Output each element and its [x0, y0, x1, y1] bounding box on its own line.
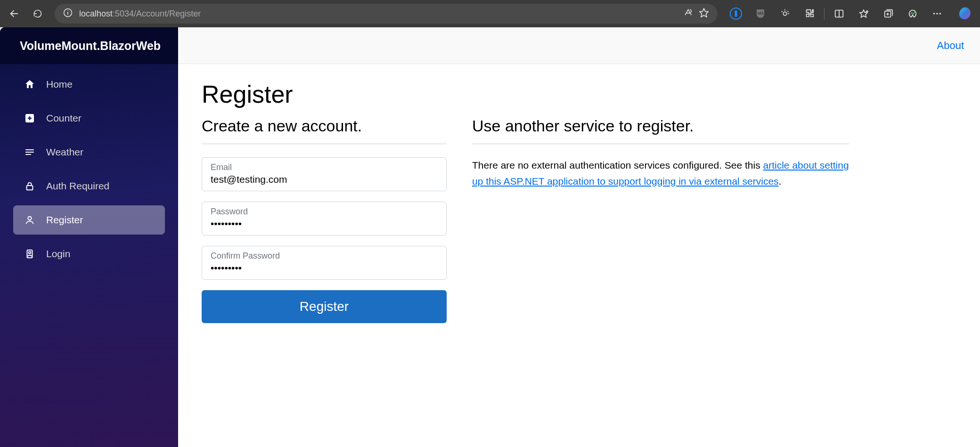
sidebar-item-label: Home	[46, 79, 73, 90]
sidebar: VolumeMount.BlazorWeb Home Counter Weath…	[0, 27, 178, 447]
svg-point-22	[933, 13, 935, 15]
email-field[interactable]	[202, 158, 446, 191]
sidebar-item-auth-required[interactable]: Auth Required	[13, 171, 165, 201]
plus-square-icon	[24, 112, 36, 124]
badge-icon	[24, 248, 36, 260]
sidebar-nav: Home Counter Weather Auth Required	[0, 64, 178, 274]
about-link[interactable]: About	[937, 40, 964, 52]
external-services-column: Use another service to register. There a…	[472, 117, 849, 189]
svg-point-23	[936, 13, 938, 15]
svg-marker-16	[860, 10, 868, 17]
list-icon	[24, 146, 36, 158]
more-menu-icon[interactable]	[926, 4, 948, 23]
person-icon	[24, 214, 36, 226]
email-label: Email	[211, 163, 232, 172]
top-bar: About	[178, 27, 980, 64]
refresh-button[interactable]	[28, 4, 47, 23]
copilot-icon[interactable]	[956, 4, 975, 23]
address-bar[interactable]: localhost:5034/Account/Register	[55, 4, 718, 24]
create-account-heading: Create a new account.	[202, 117, 447, 135]
divider	[202, 144, 447, 144]
register-button[interactable]: Register	[202, 290, 447, 323]
performance-icon[interactable]	[902, 4, 923, 23]
sidebar-item-login[interactable]: Login	[13, 239, 165, 268]
password-field-wrapper: Password	[202, 202, 447, 236]
sidebar-item-label: Register	[46, 214, 83, 226]
page-title: Register	[202, 80, 956, 108]
external-text-suffix: .	[779, 176, 782, 187]
lock-icon	[24, 180, 36, 192]
browser-toolbar: localhost:5034/Account/Register uO	[0, 0, 980, 27]
divider	[472, 144, 849, 144]
svg-point-3	[67, 10, 68, 11]
svg-rect-7	[735, 10, 737, 17]
main-area: About Register Create a new account. Ema…	[178, 27, 980, 447]
site-info-icon[interactable]	[63, 8, 73, 20]
svg-line-13	[782, 11, 783, 12]
toolbar-divider	[824, 8, 825, 20]
home-icon	[24, 78, 36, 90]
svg-rect-31	[27, 186, 33, 190]
collections-icon[interactable]	[877, 4, 899, 23]
sidebar-item-register[interactable]: Register	[13, 205, 165, 235]
split-screen-icon[interactable]	[828, 4, 850, 23]
brand-title: VolumeMount.BlazorWeb	[0, 27, 178, 64]
register-form-column: Create a new account. Email Password Con…	[202, 117, 447, 323]
svg-point-32	[28, 217, 31, 220]
sidebar-item-weather[interactable]: Weather	[13, 138, 165, 167]
url-text: localhost:5034/Account/Register	[79, 9, 676, 19]
svg-marker-5	[700, 8, 708, 16]
sidebar-item-label: Auth Required	[46, 180, 109, 192]
dark-mode-icon[interactable]	[774, 4, 796, 23]
sidebar-item-label: Weather	[46, 146, 83, 158]
extensions-puzzle-icon[interactable]	[799, 4, 820, 23]
svg-point-34	[29, 252, 31, 254]
password-label: Password	[211, 207, 248, 217]
external-text: There are no external authentication ser…	[472, 157, 849, 189]
sidebar-item-label: Login	[46, 248, 70, 260]
onepassword-icon[interactable]	[725, 4, 747, 23]
external-text-prefix: There are no external authentication ser…	[472, 160, 763, 171]
read-aloud-icon[interactable]	[683, 8, 692, 20]
sidebar-item-counter[interactable]: Counter	[13, 104, 165, 133]
back-button[interactable]	[5, 4, 24, 23]
favorites-icon[interactable]	[853, 4, 874, 23]
svg-line-11	[788, 11, 789, 12]
ublock-icon[interactable]: uO	[750, 4, 771, 23]
sidebar-item-home[interactable]: Home	[13, 70, 165, 99]
svg-text:uO: uO	[758, 11, 764, 16]
favorite-star-icon[interactable]	[699, 8, 709, 20]
page-content: Register Create a new account. Email Pas…	[178, 64, 980, 447]
external-heading: Use another service to register.	[472, 117, 849, 135]
confirm-field-wrapper: Confirm Password	[202, 246, 447, 280]
sidebar-item-label: Counter	[46, 113, 82, 124]
extension-icons: uO	[725, 4, 950, 23]
email-field-wrapper: Email	[202, 157, 447, 191]
confirm-label: Confirm Password	[211, 251, 280, 261]
svg-point-24	[939, 13, 941, 15]
svg-point-9	[783, 12, 786, 15]
app-shell: VolumeMount.BlazorWeb Home Counter Weath…	[0, 27, 980, 447]
